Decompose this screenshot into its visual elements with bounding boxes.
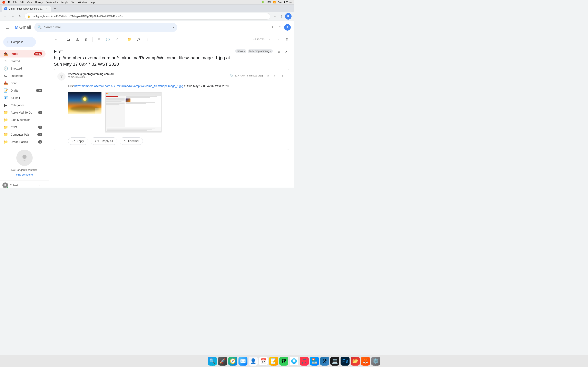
sidebar-item-snoozed[interactable]: 🕐 Snoozed: [0, 65, 45, 72]
label-button[interactable]: 🏷: [135, 36, 142, 43]
spam-button[interactable]: ⚠: [74, 36, 81, 43]
sidebar-item-sent[interactable]: 📤 Sent: [0, 80, 45, 87]
address-bar[interactable]: 🔒 mail.google.com/mail/u/0/#inbox/FMfcgx…: [25, 13, 270, 20]
hangouts-find-someone[interactable]: Find someone: [16, 173, 33, 176]
print-button[interactable]: 🖨: [275, 49, 282, 55]
apple-logo-icon[interactable]: 🍎: [2, 1, 5, 4]
menu-history[interactable]: History: [35, 1, 43, 4]
menu-file[interactable]: File: [13, 1, 17, 4]
bottom-user-avatar: R: [2, 183, 8, 188]
macos-menubar-left: 🍎 M File Edit View History Bookmarks Peo…: [2, 1, 95, 4]
reply-all-button[interactable]: ↩↩ Reply all: [91, 137, 117, 145]
email-screenshot-attachment[interactable]: [105, 92, 162, 133]
sidebar-item-inbox[interactable]: 📥 Inbox 9,845: [0, 50, 45, 58]
snooze-button[interactable]: 🕐: [104, 36, 112, 43]
menu-chrome[interactable]: M: [8, 1, 10, 4]
sidebar-item-all-mail[interactable]: 📧 All Mail: [0, 94, 45, 101]
back-button[interactable]: ←: [2, 13, 8, 19]
toolbar-separator-1: [62, 37, 62, 42]
sidebar-item-starred[interactable]: ☆ Starred: [0, 58, 45, 65]
label-inbox[interactable]: Inbox ×: [235, 49, 246, 53]
macos-menubar-right: 🔋 12% 📶 Sun 11:53 am: [261, 1, 292, 3]
header-right: ? ⠿ R: [269, 24, 291, 31]
sidebar-label-drafts: Drafts: [11, 89, 34, 92]
search-dropdown-icon[interactable]: ▾: [173, 26, 174, 29]
label-rjm[interactable]: RJMProgramming ×: [248, 49, 273, 53]
address-text: mail.google.com/mail/u/0/#inbox/FMfcgxwH…: [32, 15, 268, 18]
apps-button[interactable]: ⠿: [277, 25, 283, 30]
body-link[interactable]: http://members.ozemail.com.au/~mkuulma/R…: [74, 84, 183, 88]
sidebar-label-snoozed: Snoozed: [11, 67, 42, 70]
move-to-button[interactable]: 📁: [126, 36, 133, 43]
screenshot-dot-green: [108, 93, 108, 94]
extensions-button[interactable]: ⋮: [278, 13, 284, 19]
mark-read-button[interactable]: ✉: [95, 36, 103, 43]
sidebar-item-computer-pals[interactable]: 📁 Computer Pals 19: [0, 131, 45, 138]
email-attachments: [54, 92, 289, 136]
search-bar[interactable]: 🔍 ▾: [34, 23, 177, 32]
screenshot-sidebar-item-2: [106, 99, 125, 100]
more-options-button[interactable]: ⋮: [144, 36, 151, 43]
delete-button[interactable]: 🗑: [83, 36, 90, 43]
hangouts-icon: [16, 150, 33, 166]
archive-button[interactable]: 🗂: [65, 36, 72, 43]
sidebar-label-all-mail: All Mail: [11, 96, 42, 100]
menu-bookmarks[interactable]: Bookmarks: [45, 1, 58, 4]
tab-close-button[interactable]: ×: [45, 7, 48, 10]
forward-button[interactable]: →: [10, 13, 16, 19]
more-message-button[interactable]: ⋮: [279, 72, 286, 79]
help-button[interactable]: ?: [269, 25, 275, 30]
next-email-button[interactable]: ›: [274, 36, 282, 43]
sidebar-item-c3is[interactable]: 📁 C3IS 1: [0, 124, 45, 131]
sender-name: rmetcalfe@rjmprogramming.com.au: [68, 72, 114, 76]
snoozed-icon: 🕐: [3, 66, 8, 71]
chrome-avatar[interactable]: R: [285, 13, 292, 20]
label-inbox-close[interactable]: ×: [244, 50, 245, 52]
menu-window[interactable]: Window: [78, 1, 87, 4]
forward-button[interactable]: ↪ Forward: [120, 137, 143, 145]
toolbar-actions: ☆ ⋮ R: [272, 13, 292, 20]
bookmark-button[interactable]: ☆: [272, 13, 278, 19]
prev-email-button[interactable]: ‹: [266, 36, 274, 43]
reply-button[interactable]: ↩ Reply: [68, 137, 88, 145]
settings-button[interactable]: ⚙: [283, 36, 291, 43]
user-caret[interactable]: ▾: [39, 184, 40, 187]
sidebar-label-important: Important: [11, 74, 42, 77]
sidebar-item-drafts[interactable]: 📝 Drafts 242: [0, 87, 45, 94]
body-prefix: First: [68, 84, 73, 88]
email-image-attachment[interactable]: [68, 92, 102, 114]
email-message-header: ? rmetcalfe@rjmprogramming.com.au to me,…: [54, 69, 289, 82]
user-avatar[interactable]: R: [284, 24, 291, 31]
chrome-tab-active[interactable]: M Gmail - First http://members.ozemail..…: [2, 6, 51, 12]
reload-button[interactable]: ↻: [17, 13, 23, 19]
sidebar-item-blue-mountains[interactable]: 📁 Blue Mountains: [0, 116, 45, 124]
sidebar-item-apple-mail[interactable]: 📁 Apple Mail To Do 1: [0, 109, 45, 116]
user-actions: +: [42, 183, 46, 188]
inbox-icon: 📥: [3, 52, 8, 56]
sender-info: rmetcalfe@rjmprogramming.com.au to me, r…: [68, 72, 228, 78]
compose-button[interactable]: + Compose: [3, 37, 36, 47]
sidebar-item-important[interactable]: 🏷 Important: [0, 72, 45, 80]
label-rjm-close[interactable]: ×: [270, 50, 271, 52]
search-input[interactable]: [44, 25, 170, 29]
sent-icon: 📤: [3, 81, 8, 85]
sidebar-item-categories[interactable]: ▶ Categories: [0, 101, 45, 109]
to-me-area[interactable]: to me, rmetcalfe ▾: [68, 76, 228, 78]
sidebar-item-divide-pacific[interactable]: 📁 Divide Pacific 1: [0, 138, 45, 146]
open-in-new-button[interactable]: ↗: [283, 49, 289, 55]
menu-help[interactable]: Help: [90, 1, 95, 4]
bottom-user-bar: R Robert ▾ +: [0, 180, 49, 188]
star-message-button[interactable]: ☆: [264, 72, 271, 79]
add-task-button[interactable]: ✓: [113, 36, 121, 43]
chrome-toolbar: ← → ↻ 🔒 mail.google.com/mail/u/0/#inbox/…: [0, 12, 294, 21]
menu-edit[interactable]: Edit: [20, 1, 24, 4]
menu-people[interactable]: People: [61, 1, 68, 4]
menu-tab[interactable]: Tab: [71, 1, 75, 4]
menu-view[interactable]: View: [27, 1, 32, 4]
reply-message-button[interactable]: ↩: [272, 72, 278, 79]
back-to-inbox-button[interactable]: ←: [52, 36, 60, 43]
hamburger-menu-button[interactable]: ☰: [3, 23, 11, 31]
add-contact-button[interactable]: +: [42, 183, 46, 188]
new-tab-button[interactable]: +: [52, 6, 58, 11]
to-me-dropdown-icon[interactable]: ▾: [86, 76, 87, 78]
